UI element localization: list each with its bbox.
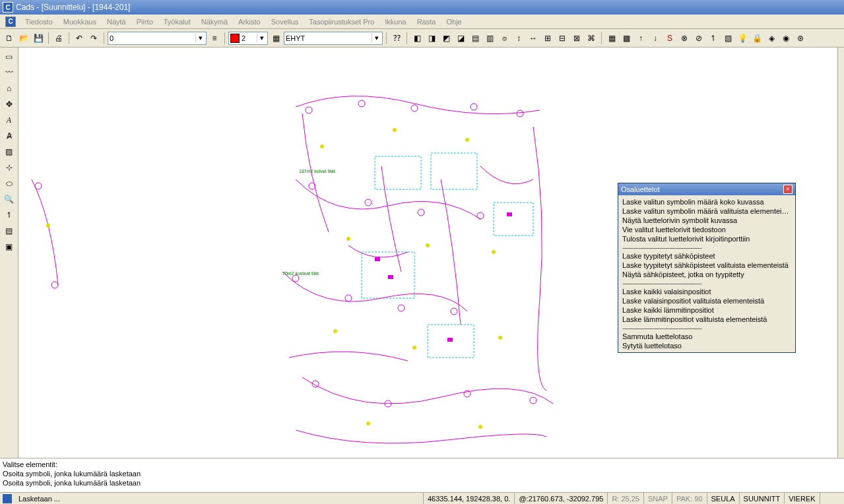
menu-piirto[interactable]: Piirto <box>131 16 158 27</box>
popup-item[interactable]: Laske tyypitetyt sähköpisteet valituista… <box>622 261 791 270</box>
popup-item[interactable]: Vie valitut luettelorivit tiedostoon <box>622 225 791 234</box>
tool-icon[interactable]: 🔒 <box>750 32 763 45</box>
popup-item[interactable]: Laske tyypitetyt sähköpisteet <box>622 251 791 261</box>
tool-icon[interactable]: ⊞ <box>541 32 554 45</box>
tool-icon[interactable]: ⌾ <box>498 32 511 45</box>
cmd-line-text: Valitse elementit: <box>3 460 841 469</box>
popup-item[interactable]: Laske valitun symbolin määrä valituista … <box>622 206 791 216</box>
drawing-canvas[interactable]: 187m2 kuivat tilat 70m2 kosteat tilat Os… <box>18 47 837 458</box>
tool-icon[interactable]: ↓ <box>649 32 662 45</box>
menu-sovellus[interactable]: Sovellus <box>266 16 304 27</box>
new-file-icon[interactable]: 🗋 <box>3 32 16 45</box>
popup-titlebar[interactable]: Osaluettelot × <box>618 183 795 195</box>
tool-icon[interactable]: ↑ <box>634 32 647 45</box>
move-tool-icon[interactable]: ✥ <box>3 98 16 111</box>
svg-point-21 <box>418 209 424 216</box>
open-file-icon[interactable]: 📂 <box>17 32 30 45</box>
tool-icon[interactable]: ▩ <box>620 32 633 45</box>
tool-icon[interactable]: ▤ <box>469 32 482 45</box>
menu-nakyma[interactable]: Näkymä <box>196 16 233 27</box>
menu-arkisto[interactable]: Arkisto <box>233 16 266 27</box>
tool-icon[interactable]: ▧ <box>721 32 734 45</box>
chevron-down-icon: ▾ <box>195 34 205 42</box>
linetype-combo[interactable]: EHYT ▾ <box>284 32 383 45</box>
popup-item[interactable]: Näytä luettelorivin symbolit kuvassa <box>622 216 791 225</box>
tool-icon[interactable]: 💡 <box>736 32 749 45</box>
tool-icon[interactable]: ◉ <box>779 32 793 45</box>
svg-point-25 <box>398 305 405 311</box>
svg-point-42 <box>366 422 370 425</box>
tool-icon[interactable]: ◈ <box>765 32 778 45</box>
menu-tyokalut[interactable]: Työkalut <box>158 16 196 27</box>
svg-point-32 <box>51 282 58 288</box>
popup-item[interactable]: Sytytä luettelotaso <box>622 341 791 350</box>
workspace: ▭ 〰 ⌂ ✥ A A̷ ▨ ⊹ ⬭ 🔍 ↿ ▤ ▣ <box>0 47 844 458</box>
layer-combo[interactable]: 0 ▾ <box>108 32 207 45</box>
redo-icon[interactable]: ↷ <box>87 32 100 45</box>
cmd-line-text: Osoita symboli, jonka lukumäärä lasketaa… <box>3 478 841 488</box>
color-combo[interactable]: 2 ▾ <box>228 32 268 45</box>
hatch-tool-icon[interactable]: ▨ <box>3 145 16 158</box>
popup-item[interactable]: Laske lämmitinpositiot valituista elemen… <box>622 315 791 324</box>
rect-tool-icon[interactable]: ▭ <box>3 50 16 63</box>
polyline-tool-icon[interactable]: 〰 <box>3 66 16 79</box>
tool-icon[interactable]: ⊟ <box>556 32 569 45</box>
main-toolbar: 🗋 📂 💾 🖨 ↶ ↷ 0 ▾ ≡ 2 ▾ ▦ EHYT ▾ ⁇ ◧ ◨ ◩ ◪… <box>0 29 844 47</box>
tool-icon[interactable]: ↔ <box>527 32 540 45</box>
tool-icon[interactable]: ◩ <box>439 32 453 45</box>
status-suunnitt[interactable]: SUUNNITT <box>740 493 785 504</box>
popup-item[interactable]: Tulosta valitut luettelorivit kirjoitinp… <box>622 234 791 243</box>
status-snap[interactable]: SNAP <box>644 493 672 504</box>
path-tool-icon[interactable]: ↿ <box>3 208 16 222</box>
ellipse-tool-icon[interactable]: ⬭ <box>3 177 16 190</box>
svg-point-44 <box>46 224 50 228</box>
popup-item[interactable]: Laske kaikki valaisinpositiot <box>622 287 791 296</box>
tool-icon[interactable]: ⊠ <box>570 32 583 45</box>
tool-icon[interactable]: ⊛ <box>794 32 807 45</box>
popup-item[interactable]: Laske kaikki lämmitinpositiot <box>622 305 791 315</box>
menu-ohje[interactable]: Ohje <box>441 16 467 27</box>
command-line[interactable]: Valitse elementit: Osoita symboli, jonka… <box>0 458 844 492</box>
room-label: 70m2 kosteat tilat <box>282 271 319 276</box>
popup-item[interactable]: Näytä sähköpisteet, jotka on tyypitetty <box>622 270 791 279</box>
svg-rect-0 <box>286 94 477 193</box>
tool-icon[interactable]: ◧ <box>410 32 424 45</box>
save-file-icon[interactable]: 💾 <box>32 32 45 45</box>
popup-item[interactable]: Sammuta luettelotaso <box>622 332 791 341</box>
menu-nayta[interactable]: Näytä <box>102 16 131 27</box>
undo-icon[interactable]: ↶ <box>73 32 86 45</box>
menu-muokkaus[interactable]: Muokkaus <box>58 16 102 27</box>
color-settings-icon[interactable]: ▦ <box>269 32 282 45</box>
menu-tiedosto[interactable]: Tiedosto <box>20 16 58 27</box>
help-pointer-icon[interactable]: ⁇ <box>390 32 403 45</box>
home-tool-icon[interactable]: ⌂ <box>3 82 16 95</box>
status-seula[interactable]: SEULA <box>707 493 740 504</box>
print-icon[interactable]: 🖨 <box>52 32 65 45</box>
grid-tool-icon[interactable]: ⊹ <box>3 161 16 174</box>
tool-icon[interactable]: S <box>663 32 676 45</box>
menu-tasopiirustukset[interactable]: Tasopiirustukset Pro <box>304 16 379 27</box>
status-vierek[interactable]: VIEREK <box>785 493 820 504</box>
list-tool-icon[interactable]: ▤ <box>3 224 16 237</box>
zoom-tool-icon[interactable]: 🔍 <box>3 193 16 206</box>
calc-tool-icon[interactable]: ▣ <box>3 240 16 253</box>
menu-rasta[interactable]: Rasta <box>412 16 441 27</box>
tool-icon[interactable]: ⌘ <box>585 32 598 45</box>
tool-icon[interactable]: ◨ <box>425 32 438 45</box>
tool-icon[interactable]: ↕ <box>512 32 525 45</box>
status-pak[interactable]: PAK: 90 <box>672 493 707 504</box>
tool-icon[interactable]: ◪ <box>454 32 467 45</box>
menu-ikkuna[interactable]: Ikkuna <box>379 16 411 27</box>
tool-icon[interactable]: ⊘ <box>692 32 705 45</box>
edit-text-icon[interactable]: A̷ <box>3 129 16 142</box>
tool-icon[interactable]: ⊗ <box>678 32 691 45</box>
popup-item[interactable]: Laske valaisinpositiot valituista elemen… <box>622 296 791 305</box>
text-tool-icon[interactable]: A <box>3 113 16 127</box>
tool-icon[interactable]: ▦ <box>605 32 618 45</box>
close-icon[interactable]: × <box>783 185 793 194</box>
layer-settings-icon[interactable]: ≡ <box>208 32 221 45</box>
tool-icon[interactable]: ↿ <box>707 32 720 45</box>
svg-point-20 <box>365 199 372 206</box>
popup-item[interactable]: Laske valitun symbolin määrä koko kuvass… <box>622 197 791 206</box>
tool-icon[interactable]: ▥ <box>483 32 496 45</box>
